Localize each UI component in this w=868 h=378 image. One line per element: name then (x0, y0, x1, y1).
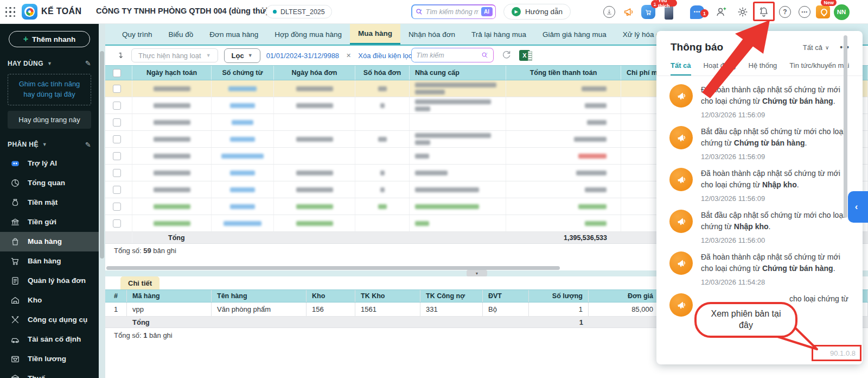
select-all-checkbox[interactable] (113, 69, 121, 77)
sidebar-item-sales[interactable]: Bán hàng (0, 251, 99, 271)
book-icon (816, 5, 830, 18)
tab-hợp-đồng-mua-hàng[interactable]: Hợp đồng mua hàng (266, 24, 350, 45)
panel-scrollbar[interactable] (844, 35, 847, 218)
redacted-text (154, 103, 190, 108)
favorite-app-button[interactable]: Yêu thích (661, 3, 677, 21)
row-checkbox[interactable] (113, 85, 121, 93)
announcement-megaphone-icon[interactable] (621, 3, 637, 21)
sidebar-item-label: Trợ lý AI (28, 159, 57, 167)
notification-tab-ho-t-ng[interactable]: Hoạt động (704, 61, 736, 75)
sidebar-item-bank-deposit[interactable]: Tiền gửi (0, 212, 99, 232)
row-checkbox[interactable] (113, 219, 121, 228)
app-launcher-icon[interactable] (5, 7, 16, 17)
sidebar-item-warehouse[interactable]: Kho (0, 291, 99, 310)
redacted-text (230, 137, 255, 142)
row-checkbox[interactable] (113, 102, 121, 110)
cell-total-amount (506, 198, 621, 215)
cell-invoice-no (355, 181, 410, 198)
tab-biểu-đồ[interactable]: Biểu đồ (161, 24, 202, 45)
detail-total-label: Tổng (127, 317, 212, 327)
sidebar-item-purchase[interactable]: Mua hàng (0, 232, 99, 251)
add-user-button[interactable] (713, 3, 729, 21)
row-checkbox[interactable] (113, 169, 121, 177)
row-checkbox[interactable] (113, 118, 121, 127)
tab-nhận-hóa-đơn[interactable]: Nhận hóa đơn (400, 24, 463, 45)
sidebar-item-tools[interactable]: Công cụ dụng cụ (0, 310, 99, 330)
cell-total-amount (506, 114, 621, 130)
pin-current-page-button[interactable]: Hay dùng trang này (8, 111, 91, 129)
whats-new-button[interactable]: New (815, 3, 831, 21)
user-avatar[interactable]: NN (833, 3, 850, 21)
refresh-icon[interactable] (501, 49, 512, 61)
notification-item[interactable]: Đã hoàn thành cập nhật số chứng từ mới c… (669, 244, 848, 286)
smart-search[interactable]: Tìm kiếm thông minh AI (411, 4, 496, 19)
settings-gear-icon[interactable] (735, 3, 751, 21)
sidebar-item-payroll[interactable]: Tiền lương (0, 349, 99, 369)
filter-button[interactable]: Lọc▼ (224, 48, 260, 63)
remove-date-filter-icon[interactable]: ✕ (346, 52, 351, 59)
overview-icon (9, 177, 21, 188)
notification-item[interactable]: Bắt đầu cập nhật số chứng từ mới cho loạ… (669, 203, 848, 244)
notification-item[interactable]: Đã hoàn thành cập nhật số chứng từ mới c… (669, 77, 848, 119)
megaphone-icon (669, 168, 693, 191)
collapse-rows-icon[interactable] (116, 51, 125, 60)
detail-column-header: # (105, 290, 127, 302)
collapse-detail-button[interactable]: ▼ (467, 270, 487, 276)
guide-button[interactable]: ▶Hướng dẫn (503, 4, 571, 20)
sidebar-item-tax[interactable]: Thuế (0, 369, 99, 378)
cell-invoice-date (274, 97, 355, 114)
favorite-badge: Yêu thích (655, 0, 677, 7)
row-checkbox[interactable] (113, 203, 121, 211)
tab-đơn-mua-hàng[interactable]: Đơn mua hàng (201, 24, 266, 45)
store-cart-button[interactable]: 2 (640, 3, 656, 21)
cell-voucher-no (212, 80, 274, 97)
tab-giảm-giá-hàng-mua[interactable]: Giảm giá hàng mua (534, 24, 615, 45)
batch-action-button[interactable]: Thực hiện hàng loạt▼ (131, 48, 218, 62)
sidebar-item-overview[interactable]: Tổng quan (0, 173, 99, 193)
section-modules[interactable]: PHÂN HỆ▼✎ (8, 141, 91, 149)
tab-mua-hàng[interactable]: Mua hàng (350, 24, 400, 45)
sidebar-scrollbar[interactable] (99, 24, 105, 378)
section-favorites[interactable]: HAY DÙNG▼✎ (8, 59, 91, 67)
notification-tab-t-t-c-[interactable]: Tất cả (671, 61, 691, 75)
cell-posting-date (132, 181, 212, 198)
notification-tab-h-th-ng[interactable]: Hệ thống (749, 61, 777, 75)
download-button[interactable] (601, 3, 617, 21)
sidebar-item-label: Tiền lương (28, 355, 66, 363)
sidebar-item-cash[interactable]: Tiền mặt (0, 193, 99, 212)
app-logo-icon[interactable] (22, 4, 37, 20)
clear-filter-link[interactable]: Xóa điều kiện lọc (358, 52, 412, 60)
date-range-filter[interactable]: 01/01/2024-31/12/9988 (266, 52, 339, 60)
edit-pencil-icon[interactable]: ✎ (85, 59, 91, 67)
sidebar-item-invoice[interactable]: Quản lý hóa đơn (0, 271, 99, 291)
chat-button[interactable]: •••1 (689, 3, 705, 21)
export-excel-icon[interactable]: X (519, 50, 530, 61)
more-options-button[interactable]: ⋯ (796, 3, 813, 21)
row-checkbox[interactable] (113, 152, 121, 160)
fixed-asset-icon (9, 333, 21, 345)
sidebar-item-fixed-asset[interactable]: Tài sản cố định (0, 330, 99, 349)
row-checkbox[interactable] (113, 186, 121, 194)
collapse-panel-handle[interactable]: ‹ (848, 191, 868, 223)
edit-pencil-icon[interactable]: ✎ (85, 141, 91, 149)
notification-item[interactable]: Đã hoàn thành cập nhật số chứng từ mới c… (669, 161, 848, 203)
help-button[interactable]: ? (777, 3, 793, 21)
redacted-text (582, 86, 607, 91)
tab-trả-lại-hàng-mua[interactable]: Trả lại hàng mua (463, 24, 534, 45)
redacted-text (230, 187, 255, 192)
horizontal-scrollbar[interactable] (106, 266, 560, 270)
row-checkbox[interactable] (113, 135, 121, 143)
table-search[interactable]: Tìm kiếm (411, 48, 494, 62)
cell-invoice-no (355, 97, 410, 114)
bell-icon[interactable] (758, 5, 770, 17)
notification-body: Bắt đầu cập nhật số chứng từ mới cho loạ… (701, 126, 848, 161)
sidebar-item-ai-assistant[interactable]: Trợ lý AI (0, 154, 99, 173)
notification-item[interactable]: Bắt đầu cập nhật số chứng từ mới cho loạ… (669, 119, 848, 161)
notification-tab-tin-t-c-khuy-n-m-i[interactable]: Tin tức/khuyến mãi (789, 61, 849, 75)
quick-add-button[interactable]: +Thêm nhanh (9, 31, 90, 47)
database-badge[interactable]: DLTEST_2025 (266, 5, 332, 18)
tab-detail[interactable]: Chi tiết (120, 276, 159, 289)
notification-filter-dropdown[interactable]: Tất cả∨ (803, 43, 829, 52)
company-selector[interactable]: CÔNG TY TNHH PHÒNG QTDH 004 (dùng thử)∨ (96, 7, 278, 15)
tab-quy-trình[interactable]: Quy trình (114, 24, 161, 45)
